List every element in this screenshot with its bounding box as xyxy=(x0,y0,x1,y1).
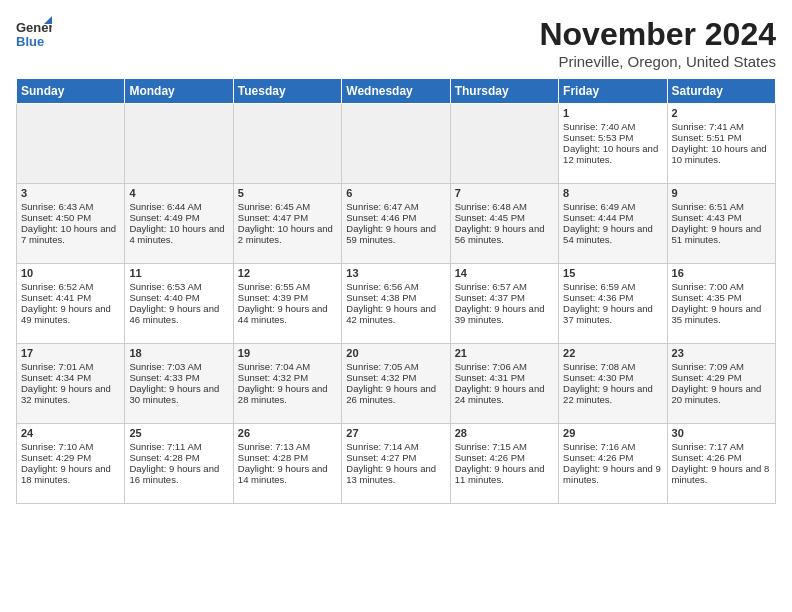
day-info-line: Sunset: 4:29 PM xyxy=(672,372,771,383)
weekday-header-row: SundayMondayTuesdayWednesdayThursdayFrid… xyxy=(17,79,776,104)
calendar-week-4: 17Sunrise: 7:01 AMSunset: 4:34 PMDayligh… xyxy=(17,344,776,424)
day-number: 4 xyxy=(129,187,228,199)
day-info-line: Sunset: 4:32 PM xyxy=(346,372,445,383)
day-info-line: Daylight: 9 hours and 8 minutes. xyxy=(672,463,771,485)
calendar-cell: 25Sunrise: 7:11 AMSunset: 4:28 PMDayligh… xyxy=(125,424,233,504)
header: General Blue November 2024 Prineville, O… xyxy=(16,16,776,70)
day-info-line: Sunrise: 6:59 AM xyxy=(563,281,662,292)
calendar-cell: 9Sunrise: 6:51 AMSunset: 4:43 PMDaylight… xyxy=(667,184,775,264)
calendar-cell: 1Sunrise: 7:40 AMSunset: 5:53 PMDaylight… xyxy=(559,104,667,184)
calendar-cell: 28Sunrise: 7:15 AMSunset: 4:26 PMDayligh… xyxy=(450,424,558,504)
day-info-line: Sunrise: 7:09 AM xyxy=(672,361,771,372)
calendar-body: 1Sunrise: 7:40 AMSunset: 5:53 PMDaylight… xyxy=(17,104,776,504)
day-info-line: Sunset: 4:30 PM xyxy=(563,372,662,383)
day-info-line: Daylight: 10 hours and 2 minutes. xyxy=(238,223,337,245)
calendar-cell: 6Sunrise: 6:47 AMSunset: 4:46 PMDaylight… xyxy=(342,184,450,264)
day-number: 22 xyxy=(563,347,662,359)
calendar-cell: 17Sunrise: 7:01 AMSunset: 4:34 PMDayligh… xyxy=(17,344,125,424)
weekday-header-monday: Monday xyxy=(125,79,233,104)
weekday-header-friday: Friday xyxy=(559,79,667,104)
day-number: 3 xyxy=(21,187,120,199)
day-info-line: Sunrise: 7:06 AM xyxy=(455,361,554,372)
day-info-line: Sunrise: 7:11 AM xyxy=(129,441,228,452)
day-info-line: Sunrise: 7:15 AM xyxy=(455,441,554,452)
day-info-line: Daylight: 9 hours and 35 minutes. xyxy=(672,303,771,325)
day-number: 15 xyxy=(563,267,662,279)
day-info-line: Sunset: 4:26 PM xyxy=(455,452,554,463)
day-info-line: Sunset: 4:38 PM xyxy=(346,292,445,303)
day-info-line: Sunset: 4:50 PM xyxy=(21,212,120,223)
day-info-line: Daylight: 9 hours and 13 minutes. xyxy=(346,463,445,485)
day-info-line: Sunset: 4:28 PM xyxy=(129,452,228,463)
month-title: November 2024 xyxy=(539,16,776,53)
calendar-cell: 12Sunrise: 6:55 AMSunset: 4:39 PMDayligh… xyxy=(233,264,341,344)
day-info-line: Daylight: 9 hours and 42 minutes. xyxy=(346,303,445,325)
day-info-line: Daylight: 9 hours and 22 minutes. xyxy=(563,383,662,405)
day-info-line: Sunset: 4:32 PM xyxy=(238,372,337,383)
calendar-cell: 8Sunrise: 6:49 AMSunset: 4:44 PMDaylight… xyxy=(559,184,667,264)
day-info-line: Sunset: 4:33 PM xyxy=(129,372,228,383)
day-info-line: Daylight: 9 hours and 28 minutes. xyxy=(238,383,337,405)
day-number: 24 xyxy=(21,427,120,439)
day-info-line: Sunset: 4:43 PM xyxy=(672,212,771,223)
calendar-cell xyxy=(233,104,341,184)
calendar-cell: 14Sunrise: 6:57 AMSunset: 4:37 PMDayligh… xyxy=(450,264,558,344)
day-number: 10 xyxy=(21,267,120,279)
day-number: 14 xyxy=(455,267,554,279)
calendar-cell: 19Sunrise: 7:04 AMSunset: 4:32 PMDayligh… xyxy=(233,344,341,424)
day-info-line: Sunset: 5:53 PM xyxy=(563,132,662,143)
day-info-line: Daylight: 9 hours and 11 minutes. xyxy=(455,463,554,485)
day-info-line: Sunrise: 7:40 AM xyxy=(563,121,662,132)
day-info-line: Sunrise: 6:43 AM xyxy=(21,201,120,212)
day-info-line: Sunset: 4:29 PM xyxy=(21,452,120,463)
day-info-line: Daylight: 9 hours and 32 minutes. xyxy=(21,383,120,405)
day-info-line: Daylight: 9 hours and 46 minutes. xyxy=(129,303,228,325)
day-info-line: Sunset: 4:31 PM xyxy=(455,372,554,383)
calendar-week-3: 10Sunrise: 6:52 AMSunset: 4:41 PMDayligh… xyxy=(17,264,776,344)
weekday-header-thursday: Thursday xyxy=(450,79,558,104)
day-number: 2 xyxy=(672,107,771,119)
day-info-line: Sunrise: 6:47 AM xyxy=(346,201,445,212)
day-info-line: Daylight: 9 hours and 30 minutes. xyxy=(129,383,228,405)
calendar-cell: 29Sunrise: 7:16 AMSunset: 4:26 PMDayligh… xyxy=(559,424,667,504)
day-info-line: Sunset: 4:49 PM xyxy=(129,212,228,223)
svg-text:Blue: Blue xyxy=(16,34,44,49)
day-info-line: Daylight: 9 hours and 54 minutes. xyxy=(563,223,662,245)
day-number: 16 xyxy=(672,267,771,279)
weekday-header-wednesday: Wednesday xyxy=(342,79,450,104)
day-number: 30 xyxy=(672,427,771,439)
day-info-line: Sunset: 4:27 PM xyxy=(346,452,445,463)
calendar-cell xyxy=(125,104,233,184)
day-info-line: Sunrise: 6:44 AM xyxy=(129,201,228,212)
day-number: 21 xyxy=(455,347,554,359)
day-info-line: Sunrise: 6:49 AM xyxy=(563,201,662,212)
calendar-cell: 5Sunrise: 6:45 AMSunset: 4:47 PMDaylight… xyxy=(233,184,341,264)
calendar-cell: 11Sunrise: 6:53 AMSunset: 4:40 PMDayligh… xyxy=(125,264,233,344)
day-info-line: Daylight: 9 hours and 18 minutes. xyxy=(21,463,120,485)
day-number: 28 xyxy=(455,427,554,439)
day-info-line: Sunset: 5:51 PM xyxy=(672,132,771,143)
day-info-line: Sunrise: 7:16 AM xyxy=(563,441,662,452)
calendar-cell: 20Sunrise: 7:05 AMSunset: 4:32 PMDayligh… xyxy=(342,344,450,424)
day-number: 12 xyxy=(238,267,337,279)
day-number: 9 xyxy=(672,187,771,199)
day-info-line: Sunset: 4:37 PM xyxy=(455,292,554,303)
calendar-cell: 7Sunrise: 6:48 AMSunset: 4:45 PMDaylight… xyxy=(450,184,558,264)
day-info-line: Daylight: 9 hours and 9 minutes. xyxy=(563,463,662,485)
location: Prineville, Oregon, United States xyxy=(539,53,776,70)
day-info-line: Sunrise: 7:13 AM xyxy=(238,441,337,452)
day-info-line: Daylight: 9 hours and 37 minutes. xyxy=(563,303,662,325)
day-info-line: Daylight: 9 hours and 51 minutes. xyxy=(672,223,771,245)
calendar-cell: 21Sunrise: 7:06 AMSunset: 4:31 PMDayligh… xyxy=(450,344,558,424)
day-info-line: Daylight: 9 hours and 20 minutes. xyxy=(672,383,771,405)
day-number: 20 xyxy=(346,347,445,359)
day-info-line: Daylight: 9 hours and 59 minutes. xyxy=(346,223,445,245)
day-info-line: Sunrise: 6:55 AM xyxy=(238,281,337,292)
weekday-header-sunday: Sunday xyxy=(17,79,125,104)
day-info-line: Daylight: 9 hours and 14 minutes. xyxy=(238,463,337,485)
day-number: 6 xyxy=(346,187,445,199)
day-info-line: Daylight: 9 hours and 26 minutes. xyxy=(346,383,445,405)
day-info-line: Sunrise: 7:01 AM xyxy=(21,361,120,372)
calendar-cell xyxy=(342,104,450,184)
day-info-line: Sunrise: 7:04 AM xyxy=(238,361,337,372)
